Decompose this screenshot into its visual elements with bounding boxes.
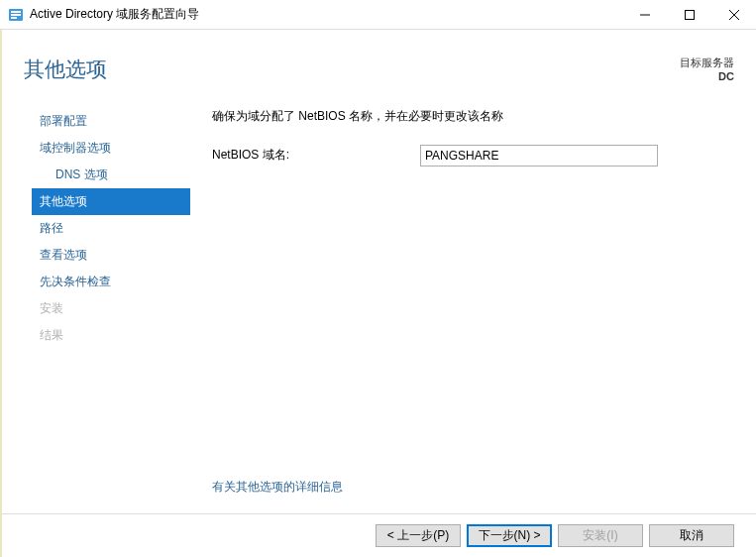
sidebar-item-paths[interactable]: 路径 [32, 215, 190, 242]
more-info-link[interactable]: 有关其他选项的详细信息 [212, 480, 343, 494]
maximize-button[interactable] [667, 0, 711, 29]
netbios-input[interactable] [420, 145, 658, 167]
sidebar-item-deployment[interactable]: 部署配置 [32, 108, 190, 135]
more-info-row: 有关其他选项的详细信息 [212, 479, 734, 496]
svg-rect-3 [11, 17, 17, 19]
header: 其他选项 目标服务器 DC [2, 30, 756, 102]
target-server-block: 目标服务器 DC [680, 56, 734, 84]
sidebar-item-dc-options[interactable]: 域控制器选项 [32, 135, 190, 162]
previous-button[interactable]: < 上一步(P) [376, 524, 461, 547]
page-title: 其他选项 [24, 56, 107, 83]
svg-rect-2 [11, 14, 21, 16]
install-button: 安装(I) [558, 524, 643, 547]
sidebar-item-install: 安装 [32, 295, 190, 322]
target-server-label: 目标服务器 [680, 56, 734, 69]
titlebar: Active Directory 域服务配置向导 [0, 0, 756, 30]
netbios-label: NetBIOS 域名: [212, 147, 420, 164]
cancel-button[interactable]: 取消 [649, 524, 734, 547]
target-server-name: DC [680, 69, 734, 83]
window-title: Active Directory 域服务配置向导 [30, 6, 199, 23]
svg-rect-1 [11, 11, 21, 13]
sidebar-item-review[interactable]: 查看选项 [32, 242, 190, 269]
sidebar-item-dns-options[interactable]: DNS 选项 [32, 162, 190, 188]
next-button[interactable]: 下一步(N) > [467, 524, 552, 547]
sidebar-item-additional-options[interactable]: 其他选项 [32, 188, 190, 215]
footer: < 上一步(P) 下一步(N) > 安装(I) 取消 [2, 513, 756, 557]
main-panel: 确保为域分配了 NetBIOS 名称，并在必要时更改该名称 NetBIOS 域名… [190, 102, 734, 513]
app-icon [8, 7, 24, 23]
wizard-sidebar: 部署配置 域控制器选项 DNS 选项 其他选项 路径 查看选项 先决条件检查 安… [32, 108, 190, 513]
sidebar-item-prereq[interactable]: 先决条件检查 [32, 269, 190, 295]
instruction-text: 确保为域分配了 NetBIOS 名称，并在必要时更改该名称 [212, 108, 734, 125]
sidebar-item-results: 结果 [32, 322, 190, 349]
svg-rect-5 [685, 10, 694, 19]
netbios-row: NetBIOS 域名: [212, 145, 734, 167]
minimize-button[interactable] [622, 0, 667, 29]
close-button[interactable] [711, 0, 756, 29]
window-controls [622, 0, 756, 29]
